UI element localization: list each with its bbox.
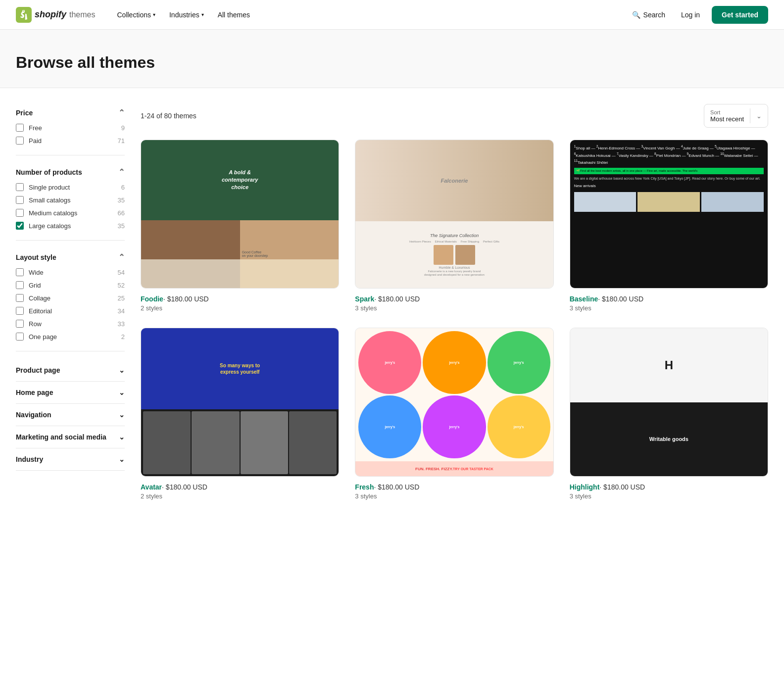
theme-name-spark[interactable]: Spark	[355, 295, 374, 303]
large-catalogs-checkbox[interactable]	[16, 222, 24, 230]
editorial-checkbox[interactable]	[16, 307, 24, 315]
spark-image-bottom: The Signature Collection Heirloom Pieces…	[355, 221, 553, 288]
one-page-checkbox[interactable]	[16, 333, 24, 341]
sort-labels: Sort Most recent	[710, 109, 744, 123]
theme-price-spark: · $180.00 USD	[374, 295, 420, 303]
theme-name-foodie[interactable]: Foodie	[141, 295, 163, 303]
industry-filter[interactable]: Industry ⌄	[16, 448, 125, 471]
row-checkbox[interactable]	[16, 320, 24, 328]
small-catalogs-checkbox[interactable]	[16, 196, 24, 204]
avatar-image-top: So many ways toexpress yourself	[141, 328, 339, 409]
main-nav: shopify themes Collections ▾ Industries …	[0, 0, 784, 30]
small-catalogs-label[interactable]: Small catalogs	[29, 196, 113, 204]
theme-price-fresh: · $180.00 USD	[374, 483, 419, 491]
all-themes-nav-link[interactable]: All themes	[212, 7, 256, 23]
sort-dropdown[interactable]: Sort Most recent ⌄	[704, 104, 768, 128]
theme-card-avatar[interactable]: So many ways toexpress yourself Avatar· …	[141, 328, 339, 500]
marketing-chevron-icon: ⌄	[119, 433, 125, 441]
theme-styles-avatar: 2 styles	[141, 492, 339, 500]
product-page-chevron-icon: ⌄	[119, 366, 125, 374]
theme-card-spark[interactable]: Falconerie The Signature Collection Heir…	[355, 140, 553, 312]
num-products-filter-header[interactable]: Number of products ⌃	[16, 163, 125, 181]
highlight-image-bottom: Writable goods	[570, 402, 768, 477]
collections-nav-link[interactable]: Collections ▾	[111, 7, 161, 23]
login-link[interactable]: Log in	[675, 7, 706, 23]
theme-styles-foodie: 2 styles	[141, 304, 339, 312]
home-page-filter[interactable]: Home page ⌄	[16, 382, 125, 404]
highlight-image-top: H	[570, 328, 768, 402]
filter-item-small: Small catalogs 35	[16, 194, 125, 206]
theme-thumb-baseline: 1Shop all — 2Henri-Edmond Cross — 3Vince…	[570, 140, 768, 289]
theme-thumb-foodie: A bold &contemporarychoice Good Coffeeon…	[141, 140, 339, 289]
foodie-image-2: Good Coffeeon your doorstep	[240, 220, 339, 260]
theme-card-highlight[interactable]: H Writable goods Highlight· $180.00 USD …	[570, 328, 768, 500]
search-icon: 🔍	[632, 11, 640, 19]
row-label[interactable]: Row	[29, 320, 113, 328]
marketing-social-filter[interactable]: Marketing and social media ⌄	[16, 426, 125, 448]
collage-label[interactable]: Collage	[29, 294, 113, 302]
single-product-checkbox[interactable]	[16, 183, 24, 191]
wide-label[interactable]: Wide	[29, 269, 113, 276]
layout-style-filter-header[interactable]: Layout style ⌃	[16, 248, 125, 266]
theme-info-avatar: Avatar· $180.00 USD 2 styles	[141, 483, 339, 500]
chevron-down-icon: ▾	[201, 12, 204, 17]
theme-price-avatar: · $180.00 USD	[162, 483, 207, 491]
price-filter-items: Free 9 Paid 71	[16, 121, 125, 147]
get-started-button[interactable]: Get started	[712, 6, 768, 24]
editorial-label[interactable]: Editorial	[29, 307, 113, 315]
filter-item-medium: Medium catalogs 66	[16, 206, 125, 219]
filter-sidebar: Price ⌃ Free 9 Paid 71 Number of product…	[16, 104, 125, 500]
logo-link[interactable]: shopify themes	[16, 7, 95, 23]
search-button[interactable]: 🔍 Search	[628, 8, 669, 22]
layout-style-filter-items: Wide 54 Grid 52 Collage 25 Editorial 34	[16, 266, 125, 343]
navigation-filter[interactable]: Navigation ⌄	[16, 404, 125, 426]
theme-info-highlight: Highlight· $180.00 USD 3 styles	[570, 483, 768, 500]
one-page-label[interactable]: One page	[29, 333, 116, 341]
single-product-label[interactable]: Single product	[29, 184, 116, 191]
foodie-image-1	[141, 220, 240, 260]
theme-name-baseline[interactable]: Baseline	[570, 295, 598, 303]
content-header: 1-24 of 80 themes Sort Most recent ⌄	[141, 104, 768, 128]
num-products-filter-section: Number of products ⌃ Single product 6 Sm…	[16, 163, 125, 241]
medium-catalogs-checkbox[interactable]	[16, 209, 24, 217]
navigation-chevron-icon: ⌄	[119, 411, 125, 419]
theme-name-highlight[interactable]: Highlight	[570, 483, 600, 491]
filter-item-collage: Collage 25	[16, 292, 125, 304]
page-title: Browse all themes	[16, 53, 768, 72]
theme-styles-baseline: 3 styles	[570, 304, 768, 312]
logo-suffix: themes	[69, 10, 95, 19]
filter-item-editorial: Editorial 34	[16, 304, 125, 317]
price-filter-header[interactable]: Price ⌃	[16, 104, 125, 121]
price-chevron-icon: ⌃	[118, 108, 125, 117]
avatar-image-bottom	[141, 409, 339, 476]
fresh-image-top: jerry's jerry's jerry's jerry's jerry's …	[355, 328, 553, 461]
filter-item-large: Large catalogs 35	[16, 219, 125, 232]
layout-chevron-icon: ⌃	[118, 252, 125, 262]
theme-name-avatar[interactable]: Avatar	[141, 483, 162, 491]
wide-checkbox[interactable]	[16, 268, 24, 276]
large-catalogs-label[interactable]: Large catalogs	[29, 222, 113, 230]
collage-checkbox[interactable]	[16, 294, 24, 302]
theme-name-fresh[interactable]: Fresh	[355, 483, 374, 491]
medium-catalogs-label[interactable]: Medium catalogs	[29, 209, 113, 217]
theme-thumb-spark: Falconerie The Signature Collection Heir…	[355, 140, 553, 289]
filter-item-row: Row 33	[16, 317, 125, 330]
grid-checkbox[interactable]	[16, 281, 24, 289]
num-products-filter-items: Single product 6 Small catalogs 35 Mediu…	[16, 181, 125, 232]
spark-image-top: Falconerie	[355, 140, 553, 221]
result-count: 1-24 of 80 themes	[141, 112, 196, 120]
theme-info-baseline: Baseline· $180.00 USD 3 styles	[570, 294, 768, 312]
free-checkbox[interactable]	[16, 124, 24, 132]
grid-label[interactable]: Grid	[29, 282, 113, 289]
product-page-filter[interactable]: Product page ⌄	[16, 359, 125, 382]
paid-checkbox[interactable]	[16, 137, 24, 145]
industries-nav-link[interactable]: Industries ▾	[163, 7, 210, 23]
free-label[interactable]: Free	[29, 124, 116, 132]
home-page-chevron-icon: ⌄	[119, 389, 125, 396]
paid-label[interactable]: Paid	[29, 137, 113, 145]
theme-card-foodie[interactable]: A bold &contemporarychoice Good Coffeeon…	[141, 140, 339, 312]
theme-styles-spark: 3 styles	[355, 304, 553, 312]
layout-style-filter-section: Layout style ⌃ Wide 54 Grid 52 Collage 2	[16, 248, 125, 351]
theme-card-fresh[interactable]: jerry's jerry's jerry's jerry's jerry's …	[355, 328, 553, 500]
theme-card-baseline[interactable]: 1Shop all — 2Henri-Edmond Cross — 3Vince…	[570, 140, 768, 312]
